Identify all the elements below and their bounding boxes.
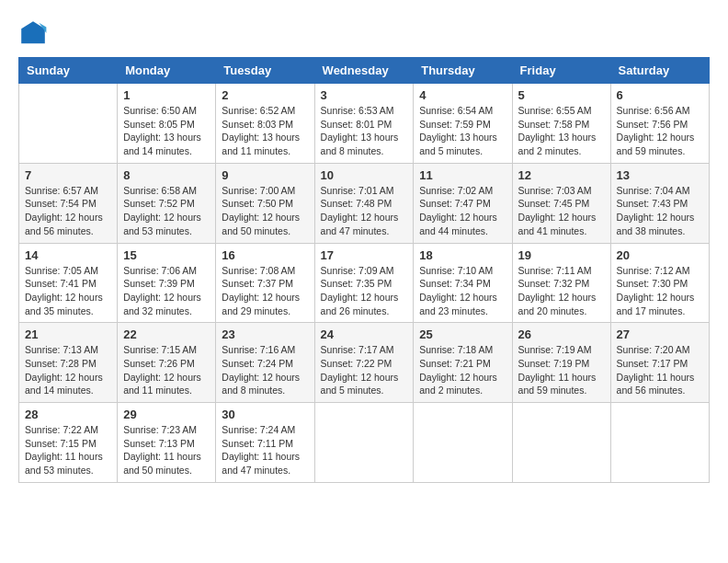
day-number: 24 [321,327,408,341]
day-info: Sunrise: 7:24 AM Sunset: 7:11 PM Dayligh… [222,423,308,477]
day-info: Sunrise: 6:52 AM Sunset: 8:03 PM Dayligh… [222,104,308,158]
day-number: 2 [222,88,308,102]
calendar-cell: 12Sunrise: 7:03 AM Sunset: 7:45 PM Dayli… [512,163,610,243]
day-number: 10 [321,168,408,182]
day-header-wednesday: Wednesday [314,58,414,84]
day-number: 16 [222,248,308,262]
calendar-cell: 27Sunrise: 7:20 AM Sunset: 7:17 PM Dayli… [610,323,709,403]
header [18,18,710,48]
day-number: 3 [321,88,408,102]
day-number: 30 [222,408,308,421]
day-info: Sunrise: 7:15 AM Sunset: 7:26 PM Dayligh… [123,343,210,397]
day-header-thursday: Thursday [414,58,512,84]
header-row: SundayMondayTuesdayWednesdayThursdayFrid… [19,58,710,84]
calendar-cell: 10Sunrise: 7:01 AM Sunset: 7:48 PM Dayli… [314,163,414,243]
day-number: 15 [123,248,210,262]
logo [18,18,53,48]
calendar-cell: 16Sunrise: 7:08 AM Sunset: 7:37 PM Dayli… [216,243,314,323]
day-header-sunday: Sunday [19,58,118,84]
day-info: Sunrise: 7:00 AM Sunset: 7:50 PM Dayligh… [222,184,308,238]
day-number: 27 [617,327,703,341]
day-info: Sunrise: 7:05 AM Sunset: 7:41 PM Dayligh… [25,264,111,318]
calendar-cell: 11Sunrise: 7:02 AM Sunset: 7:47 PM Dayli… [414,163,512,243]
day-info: Sunrise: 7:12 AM Sunset: 7:30 PM Dayligh… [617,264,703,318]
day-number: 13 [617,168,703,182]
day-info: Sunrise: 7:16 AM Sunset: 7:24 PM Dayligh… [222,343,308,397]
day-info: Sunrise: 6:50 AM Sunset: 8:05 PM Dayligh… [123,104,210,158]
day-info: Sunrise: 7:08 AM Sunset: 7:37 PM Dayligh… [222,264,308,318]
day-number: 28 [25,408,111,421]
calendar-cell: 13Sunrise: 7:04 AM Sunset: 7:43 PM Dayli… [610,163,709,243]
day-info: Sunrise: 7:10 AM Sunset: 7:34 PM Dayligh… [419,264,506,318]
day-info: Sunrise: 6:57 AM Sunset: 7:54 PM Dayligh… [25,184,111,238]
calendar-cell: 5Sunrise: 6:55 AM Sunset: 7:58 PM Daylig… [512,84,610,164]
calendar-cell: 22Sunrise: 7:15 AM Sunset: 7:26 PM Dayli… [118,323,216,403]
calendar-cell: 21Sunrise: 7:13 AM Sunset: 7:28 PM Dayli… [19,323,118,403]
day-number: 5 [518,88,605,102]
calendar-cell: 3Sunrise: 6:53 AM Sunset: 8:01 PM Daylig… [314,84,414,164]
calendar-cell: 25Sunrise: 7:18 AM Sunset: 7:21 PM Dayli… [414,323,512,403]
calendar-cell: 18Sunrise: 7:10 AM Sunset: 7:34 PM Dayli… [414,243,512,323]
day-info: Sunrise: 7:19 AM Sunset: 7:19 PM Dayligh… [518,343,605,397]
calendar-week-2: 7Sunrise: 6:57 AM Sunset: 7:54 PM Daylig… [19,163,710,243]
calendar-cell: 30Sunrise: 7:24 AM Sunset: 7:11 PM Dayli… [216,403,314,483]
calendar-week-5: 28Sunrise: 7:22 AM Sunset: 7:15 PM Dayli… [19,403,710,483]
day-info: Sunrise: 6:55 AM Sunset: 7:58 PM Dayligh… [518,104,605,158]
day-number: 29 [123,408,210,421]
calendar-cell: 7Sunrise: 6:57 AM Sunset: 7:54 PM Daylig… [19,163,118,243]
day-info: Sunrise: 6:58 AM Sunset: 7:52 PM Dayligh… [123,184,210,238]
calendar-cell: 28Sunrise: 7:22 AM Sunset: 7:15 PM Dayli… [19,403,118,483]
day-number: 6 [617,88,703,102]
calendar-cell: 24Sunrise: 7:17 AM Sunset: 7:22 PM Dayli… [314,323,414,403]
day-info: Sunrise: 6:56 AM Sunset: 7:56 PM Dayligh… [617,104,703,158]
day-info: Sunrise: 7:18 AM Sunset: 7:21 PM Dayligh… [419,343,506,397]
calendar-table: SundayMondayTuesdayWednesdayThursdayFrid… [18,57,710,483]
calendar-cell: 29Sunrise: 7:23 AM Sunset: 7:13 PM Dayli… [118,403,216,483]
day-number: 22 [123,327,210,341]
day-number: 7 [25,168,111,182]
calendar-cell [314,403,414,483]
day-header-monday: Monday [118,58,216,84]
page-container: SundayMondayTuesdayWednesdayThursdayFrid… [18,18,710,483]
calendar-cell: 20Sunrise: 7:12 AM Sunset: 7:30 PM Dayli… [610,243,709,323]
day-number: 9 [222,168,308,182]
day-info: Sunrise: 7:02 AM Sunset: 7:47 PM Dayligh… [419,184,506,238]
day-header-saturday: Saturday [610,58,709,84]
day-number: 8 [123,168,210,182]
day-number: 18 [419,248,506,262]
day-number: 21 [25,327,111,341]
calendar-cell: 23Sunrise: 7:16 AM Sunset: 7:24 PM Dayli… [216,323,314,403]
calendar-cell: 26Sunrise: 7:19 AM Sunset: 7:19 PM Dayli… [512,323,610,403]
day-info: Sunrise: 7:22 AM Sunset: 7:15 PM Dayligh… [25,423,111,477]
calendar-cell: 9Sunrise: 7:00 AM Sunset: 7:50 PM Daylig… [216,163,314,243]
day-number: 12 [518,168,605,182]
calendar-cell: 17Sunrise: 7:09 AM Sunset: 7:35 PM Dayli… [314,243,414,323]
calendar-cell: 14Sunrise: 7:05 AM Sunset: 7:41 PM Dayli… [19,243,118,323]
day-info: Sunrise: 7:11 AM Sunset: 7:32 PM Dayligh… [518,264,605,318]
calendar-cell [414,403,512,483]
calendar-cell: 15Sunrise: 7:06 AM Sunset: 7:39 PM Dayli… [118,243,216,323]
calendar-cell: 6Sunrise: 6:56 AM Sunset: 7:56 PM Daylig… [610,84,709,164]
day-info: Sunrise: 7:03 AM Sunset: 7:45 PM Dayligh… [518,184,605,238]
day-number: 23 [222,327,308,341]
calendar-cell: 19Sunrise: 7:11 AM Sunset: 7:32 PM Dayli… [512,243,610,323]
calendar-cell: 8Sunrise: 6:58 AM Sunset: 7:52 PM Daylig… [118,163,216,243]
day-info: Sunrise: 7:04 AM Sunset: 7:43 PM Dayligh… [617,184,703,238]
day-number: 4 [419,88,506,102]
calendar-week-4: 21Sunrise: 7:13 AM Sunset: 7:28 PM Dayli… [19,323,710,403]
day-header-tuesday: Tuesday [216,58,314,84]
day-number: 26 [518,327,605,341]
day-info: Sunrise: 7:13 AM Sunset: 7:28 PM Dayligh… [25,343,111,397]
day-number: 20 [617,248,703,262]
calendar-week-3: 14Sunrise: 7:05 AM Sunset: 7:41 PM Dayli… [19,243,710,323]
calendar-cell: 2Sunrise: 6:52 AM Sunset: 8:03 PM Daylig… [216,84,314,164]
day-info: Sunrise: 6:54 AM Sunset: 7:59 PM Dayligh… [419,104,506,158]
calendar-cell: 1Sunrise: 6:50 AM Sunset: 8:05 PM Daylig… [118,84,216,164]
logo-icon [18,18,48,48]
calendar-cell [610,403,709,483]
day-number: 1 [123,88,210,102]
day-info: Sunrise: 6:53 AM Sunset: 8:01 PM Dayligh… [321,104,408,158]
day-number: 17 [321,248,408,262]
calendar-cell [19,84,118,164]
day-number: 25 [419,327,506,341]
